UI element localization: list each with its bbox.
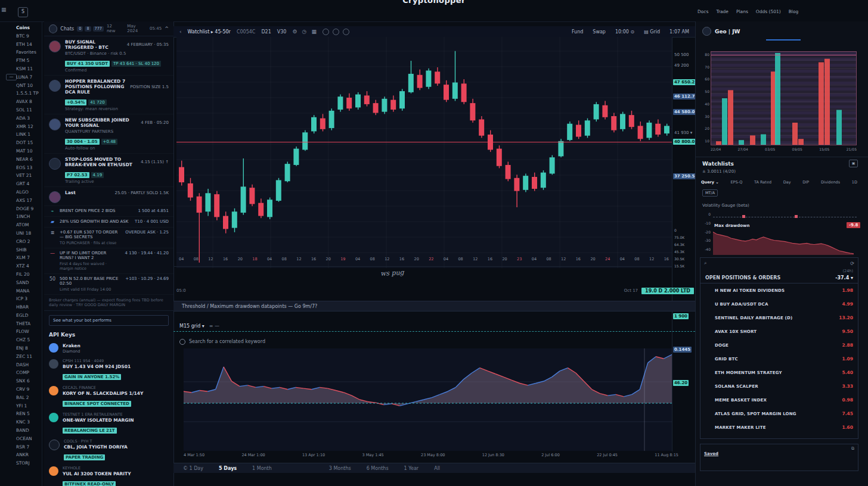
circle-icon[interactable] <box>343 29 349 35</box>
watchlists-box-icon[interactable]: ▣ <box>849 160 858 167</box>
area-chart[interactable] <box>184 348 672 453</box>
sidebar-item[interactable]: DASH <box>16 361 44 369</box>
feed-compact-row[interactable]: ▰28% USD GROWTH BID AND ASKT10 · 4 001 U… <box>44 217 173 228</box>
mta-chip[interactable]: MT/A <box>702 189 718 197</box>
sidebar-item[interactable]: OCEAN <box>16 435 44 443</box>
toolbar-icon[interactable]: ▦ <box>311 29 317 35</box>
sidebar-item[interactable]: ICP 3 <box>16 295 44 303</box>
watchlist-tab[interactable]: EPS-Q <box>730 180 742 185</box>
table-row[interactable]: U BUY ADA/USDT DCA4.99 <box>700 297 858 311</box>
sidebar-item[interactable]: XTZ 4 <box>16 262 44 270</box>
sidebar-item[interactable]: UNI 18 <box>16 229 44 238</box>
volume-bar-chart[interactable] <box>711 51 857 145</box>
toolbar-icon[interactable]: ⚙ <box>292 29 297 35</box>
toolbar-right-item[interactable]: 1:07 AM <box>669 29 689 35</box>
watchlist-tab[interactable]: Dividends <box>821 180 840 185</box>
sidebar-item[interactable]: ETH 14 <box>16 40 44 49</box>
feed-chip[interactable]: 41 720 <box>88 99 107 105</box>
sidebar-item[interactable]: MAT 10 <box>16 147 44 155</box>
feed-chip[interactable]: 30 004 · 1.05 <box>65 139 100 145</box>
table-search-icon[interactable]: ⌕ <box>704 260 706 266</box>
table-row[interactable]: ATLAS GRID, SPOT MARGIN LONG7.45 <box>700 407 858 420</box>
range-button[interactable]: 6 Months <box>367 466 389 471</box>
table-row[interactable]: DOGE2.88 <box>700 338 858 352</box>
sidebar-item[interactable]: DOT 15 <box>16 139 44 147</box>
strategy-note-box[interactable]: See what your bot performs <box>49 315 169 326</box>
table-refresh-icon[interactable]: ⟳ <box>850 261 854 266</box>
sidebar-item[interactable]: Coins <box>16 24 44 32</box>
sidebar-item[interactable]: LUNA 7 <box>16 73 44 82</box>
sidebar-item[interactable]: XLM 7 <box>16 254 44 262</box>
subtab-label[interactable]: M15 grid ▾ <box>179 323 204 329</box>
sidebar-item[interactable]: CRV 9 <box>16 385 44 394</box>
back-chevron-icon[interactable]: ‹ <box>179 29 182 35</box>
sidebar-item[interactable]: 1.5.5.1 TP <box>16 89 44 98</box>
table-col-positions[interactable]: OPEN POSITIONS & ORDERS <box>705 275 780 281</box>
table-row[interactable]: AVAX 10X SHORT9.50 <box>700 325 858 338</box>
grid-icon[interactable]: ▦ <box>1 7 7 13</box>
sidebar-item[interactable]: BAL 2 <box>16 394 44 402</box>
feed-chip[interactable]: TP 43 641 · SL 40 120 <box>111 61 161 67</box>
watchlist-tab[interactable]: TA Rated <box>754 180 771 185</box>
sidebar-item[interactable]: ALGO <box>16 188 44 197</box>
sidebar-item[interactable]: CRO 2 <box>16 238 44 246</box>
menu-collapse-icon[interactable]: — <box>6 74 17 80</box>
collapse-chevron-icon[interactable]: ^ <box>165 26 169 32</box>
api-key-item[interactable]: COOLS · PYH TCBL, JOIA TYIGTH DORIYAPAPE… <box>44 437 173 463</box>
sidebar-item[interactable]: XMR 12 <box>16 123 44 131</box>
sidebar-item[interactable]: FLOW <box>16 328 44 336</box>
table-col-pl[interactable]: -37.4 ▾ <box>835 275 853 281</box>
sidebar-item[interactable]: THETA <box>16 320 44 328</box>
subtab-more-icon[interactable]: ≡ — <box>209 323 219 329</box>
table-row[interactable]: MARKET MAKER LITE1.60 <box>700 420 858 434</box>
sidebar-item[interactable]: ADA 3 <box>16 114 44 123</box>
sidebar-item[interactable]: MANA <box>16 287 44 295</box>
notes-box[interactable]: ⧉ Saved <box>700 444 858 471</box>
candlestick-chart[interactable] <box>176 37 672 270</box>
sidebar-item[interactable]: CHZ 5 <box>16 336 44 344</box>
sidebar-item[interactable]: EGLD <box>16 311 44 320</box>
sidebar-item[interactable]: SNX 6 <box>16 377 44 385</box>
table-row[interactable]: GRID BTC1.09 <box>700 352 858 366</box>
workspace-icon[interactable]: S <box>18 7 28 17</box>
range-button[interactable]: All <box>434 466 440 471</box>
range-button[interactable]: 1 Year <box>404 466 419 471</box>
right-panel-header[interactable]: Geo | JW <box>702 27 740 36</box>
sidebar-item[interactable]: GRT 4 <box>16 180 44 188</box>
range-button[interactable]: © 1 Day <box>183 466 203 471</box>
watchlist-tab[interactable]: DIP <box>802 180 809 185</box>
feed-chip[interactable]: +0.54% <box>65 99 86 105</box>
sidebar-item[interactable]: BAND <box>16 426 44 435</box>
feed-compact-row[interactable]: —UP IF NO LIMIT ORDER RUNS? I WANT 2Firs… <box>44 248 173 274</box>
sidebar-item[interactable]: QNT 10 <box>16 82 44 90</box>
timeframe-button[interactable]: D21 <box>261 29 271 35</box>
sidebar-item[interactable]: DOGE 9 <box>16 205 44 213</box>
symbol-title[interactable]: Watchlist ▸ 45-50r <box>188 29 231 35</box>
table-row[interactable]: SOLANA SCALPER3.33 <box>700 379 858 393</box>
api-key-item[interactable]: CECA2L FINANCEKORY OF N. SLACKDALIPS 1/1… <box>44 383 173 410</box>
toolbar-right-item[interactable]: Fund <box>572 29 583 35</box>
range-button[interactable]: 1 Month <box>252 466 272 471</box>
api-key-item[interactable]: CPSH 111 954 · 4049BUY 1.43 V4 OM 924 JD… <box>44 356 173 383</box>
timeframe-button[interactable]: V30 <box>277 29 287 35</box>
circle-icon[interactable] <box>323 29 329 35</box>
sidebar-item[interactable]: AXS 17 <box>16 197 44 205</box>
api-key-item[interactable]: TESTNET 1 ERA RETAILENANTEONE-WAY ISOLAT… <box>44 410 173 437</box>
circle-icon[interactable] <box>333 29 339 35</box>
sidebar-item[interactable]: SHIB <box>16 246 44 254</box>
sidebar-item[interactable]: Favorites <box>16 48 44 57</box>
feed-compact-row[interactable]: ⌁BRENT OPEN PRICE 2 BIDS1 500 at 4.851 <box>44 206 173 217</box>
sidebar-item[interactable]: SOL 11 <box>16 106 44 114</box>
api-key-item[interactable]: KEYHOLEYUL AI 3200 TOKEN PARITYBITFINEX … <box>44 463 173 486</box>
correlation-search[interactable]: Search for a correlated keyword <box>173 337 695 346</box>
sidebar-item[interactable]: EOS 13 <box>16 164 44 172</box>
sidebar-item[interactable]: KSM 11 <box>16 65 44 73</box>
toolbar-right-item[interactable]: ▤ Grid <box>644 29 660 35</box>
sidebar-item[interactable]: HBAR <box>16 303 44 311</box>
sidebar-item[interactable]: FTM 5 <box>16 57 44 65</box>
sidebar-item[interactable]: ANKR <box>16 451 44 459</box>
feed-chip[interactable]: +0.48 <box>101 139 117 145</box>
sidebar-item[interactable]: ATOM <box>16 221 44 229</box>
feed-compact-row[interactable]: ≣+0.67 EUR $307 TO ORDER — BIG SECRETSTO… <box>44 228 173 248</box>
sidebar-item[interactable]: STORJ <box>16 459 44 468</box>
